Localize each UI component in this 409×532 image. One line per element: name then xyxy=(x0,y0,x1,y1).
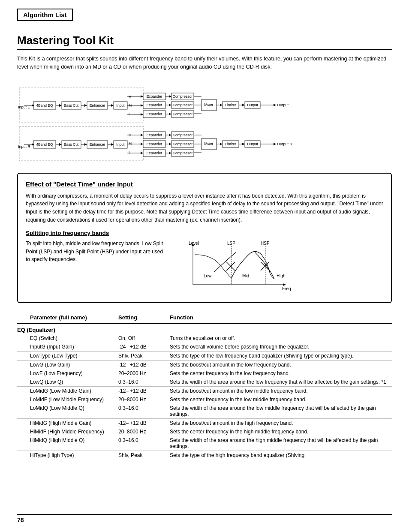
table-section-eq: EQ (Equalizer) xyxy=(17,324,392,334)
svg-text:M: M xyxy=(129,141,132,146)
svg-marker-87 xyxy=(141,143,143,145)
col-header-function: Function xyxy=(167,313,392,324)
split-content: To split into high, middle and low frequ… xyxy=(26,240,383,295)
svg-marker-83 xyxy=(169,134,171,136)
svg-text:Output: Output xyxy=(247,142,258,146)
svg-text:Mixer: Mixer xyxy=(204,141,214,146)
col-header-setting: Setting xyxy=(116,313,167,324)
param-function: Turns the equalizer on or off. xyxy=(167,334,392,343)
param-name: LowF (Low Frequency) xyxy=(17,369,116,378)
algo-list-header: Algorithm List xyxy=(17,9,73,21)
param-function: Sets the center frequency in the high mi… xyxy=(167,427,392,436)
svg-text:H: H xyxy=(129,95,131,99)
svg-text:Enhancer: Enhancer xyxy=(90,142,105,147)
table-row: HiMidQ (High Middle Q)0.3–16.0Sets the w… xyxy=(17,436,392,451)
param-function: Sets the width of the area around the lo… xyxy=(167,404,392,419)
page-title: Mastering Tool Kit xyxy=(17,34,392,50)
svg-text:Compressor: Compressor xyxy=(173,133,192,137)
svg-marker-26 xyxy=(169,95,171,98)
signal-diagram: Input L Input R 4Band EQ Bass Cut Enhanc… xyxy=(17,79,392,164)
param-function: Sets the boost/cut amount in the low mid… xyxy=(167,387,392,396)
param-setting: 0.3–16.0 xyxy=(116,436,167,451)
param-setting: Shlv, Peak xyxy=(116,352,167,361)
svg-marker-108 xyxy=(220,143,223,145)
svg-text:Compressor: Compressor xyxy=(173,142,192,146)
svg-text:Output: Output xyxy=(247,103,258,107)
svg-text:Output L: Output L xyxy=(277,103,292,107)
svg-marker-116 xyxy=(274,143,276,145)
table-row: HiMidF (High Middle Frequency)20–8000 Hz… xyxy=(17,427,392,436)
param-function: Sets the center frequency in the low mid… xyxy=(167,395,392,404)
svg-text:Bass Cut: Bass Cut xyxy=(64,103,79,108)
param-setting: 0.3–16.0 xyxy=(116,404,167,419)
param-setting: -24– +12 dB xyxy=(116,343,167,352)
svg-marker-7 xyxy=(59,104,62,107)
table-row: LoMidQ (Low Middle Q)0.3–16.0Sets the wi… xyxy=(17,404,392,419)
param-name: EQ (Switch) xyxy=(17,334,116,343)
param-function: Sets the overall volume before passing t… xyxy=(167,343,392,352)
param-function: Sets the type of the low frequency band … xyxy=(167,352,392,361)
svg-text:Compressor: Compressor xyxy=(173,151,192,155)
svg-text:Mixer: Mixer xyxy=(204,102,214,107)
param-setting: On, Off xyxy=(116,334,167,343)
param-setting: 0.3–16.0 xyxy=(116,378,167,387)
param-name: HiMidQ (High Middle Q) xyxy=(17,436,116,451)
intro-text: This Kit is a compressor that splits sou… xyxy=(17,55,392,72)
svg-text:Mid: Mid xyxy=(242,274,249,278)
svg-text:4Band EQ: 4Band EQ xyxy=(36,103,53,108)
param-name: LoMidF (Low Middle Frequency) xyxy=(17,395,116,404)
effect-title: Effect of "Detect Time" under Input xyxy=(26,180,383,188)
svg-marker-99 xyxy=(169,152,171,154)
svg-text:Expander: Expander xyxy=(147,133,162,137)
table-row: EQ (Switch)On, OffTurns the equalizer on… xyxy=(17,334,392,343)
svg-text:LSP: LSP xyxy=(227,241,235,246)
param-function: Sets the center frequency in the low fre… xyxy=(167,369,392,378)
table-row: LowF (Low Frequency)20–2000 HzSets the c… xyxy=(17,369,392,378)
param-name: HiMidG (High Middle Gain) xyxy=(17,419,116,428)
effect-text: With ordinary compressors, a moment of d… xyxy=(26,192,383,224)
svg-text:Expander: Expander xyxy=(147,112,162,116)
svg-marker-95 xyxy=(141,152,143,154)
param-setting: -12– +12 dB xyxy=(116,361,167,370)
svg-marker-51 xyxy=(220,104,223,106)
param-setting: -12– +12 dB xyxy=(116,387,167,396)
table-row: HiMidG (High Middle Gain)-12– +12 dBSets… xyxy=(17,419,392,428)
svg-text:4Band EQ: 4Band EQ xyxy=(36,142,53,147)
svg-text:Bass Cut: Bass Cut xyxy=(64,142,79,147)
param-name: HiType (High Type) xyxy=(17,451,116,460)
svg-text:Input R: Input R xyxy=(18,144,31,149)
svg-marker-59 xyxy=(274,104,276,106)
svg-text:Compressor: Compressor xyxy=(173,103,192,107)
table-row: LoMidG (Low Middle Gain)-12– +12 dBSets … xyxy=(17,387,392,396)
split-title: Splitting into frequency bands xyxy=(26,230,383,236)
param-name: LowQ (Low Q) xyxy=(17,378,116,387)
svg-text:Expander: Expander xyxy=(147,94,162,99)
svg-text:Level: Level xyxy=(189,241,199,246)
param-function: Sets the boost/cut amount in the high fr… xyxy=(167,419,392,428)
split-text: To split into high, middle and low frequ… xyxy=(26,240,167,264)
param-setting: 20–8000 Hz xyxy=(116,395,167,404)
table-row: LowG (Low Gain)-12– +12 dBSets the boost… xyxy=(17,361,392,370)
param-function: Sets the width of the area around the hi… xyxy=(167,436,392,451)
table-row: LoMidF (Low Middle Frequency)20–8000 HzS… xyxy=(17,395,392,404)
svg-text:Compressor: Compressor xyxy=(173,94,192,99)
svg-text:Expander: Expander xyxy=(147,151,162,155)
svg-text:L: L xyxy=(129,112,131,116)
svg-marker-72 xyxy=(111,143,114,146)
svg-text:Input: Input xyxy=(117,142,125,147)
svg-marker-34 xyxy=(169,104,171,106)
svg-marker-130 xyxy=(283,283,286,286)
svg-marker-64 xyxy=(59,143,62,146)
param-setting: 20–2000 Hz xyxy=(116,369,167,378)
svg-text:Enhancer: Enhancer xyxy=(90,103,105,108)
param-name: InputG (Input Gain) xyxy=(17,343,116,352)
svg-text:Low: Low xyxy=(204,274,212,278)
svg-text:Output R: Output R xyxy=(277,142,293,146)
svg-text:Expander: Expander xyxy=(147,142,162,146)
svg-marker-11 xyxy=(84,104,87,107)
svg-text:High: High xyxy=(277,274,286,278)
svg-text:Limiter: Limiter xyxy=(225,142,236,146)
svg-marker-91 xyxy=(169,143,171,145)
table-row: LowType (Low Type)Shlv, PeakSets the typ… xyxy=(17,352,392,361)
svg-text:Freq: Freq xyxy=(282,286,291,291)
